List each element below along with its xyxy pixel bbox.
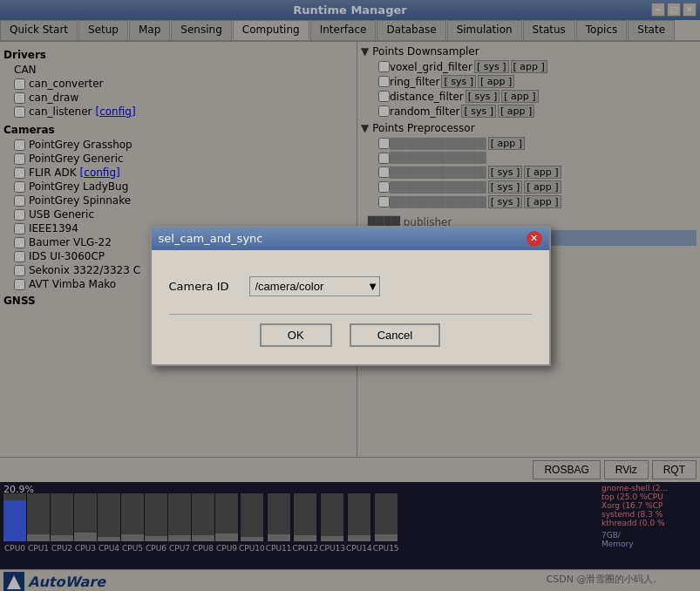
camera-id-field: Camera ID /camera/color /camera/rgb /cam… bbox=[169, 276, 532, 296]
modal-body: Camera ID /camera/color /camera/rgb /cam… bbox=[152, 250, 549, 364]
camera-id-select[interactable]: /camera/color /camera/rgb /camera/image bbox=[249, 276, 380, 296]
modal-dialog: sel_cam_and_sync ✕ Camera ID /camera/col… bbox=[150, 226, 551, 366]
modal-overlay: sel_cam_and_sync ✕ Camera ID /camera/col… bbox=[0, 0, 700, 591]
modal-buttons: OK Cancel bbox=[169, 314, 532, 347]
modal-title-bar: sel_cam_and_sync ✕ bbox=[152, 228, 549, 250]
camera-id-label: Camera ID bbox=[169, 280, 239, 293]
modal-title: sel_cam_and_sync bbox=[159, 232, 263, 245]
cancel-button[interactable]: Cancel bbox=[350, 323, 440, 347]
camera-id-select-wrapper: /camera/color /camera/rgb /camera/image … bbox=[249, 276, 380, 296]
modal-close-button[interactable]: ✕ bbox=[527, 231, 542, 247]
ok-button[interactable]: OK bbox=[260, 323, 332, 347]
